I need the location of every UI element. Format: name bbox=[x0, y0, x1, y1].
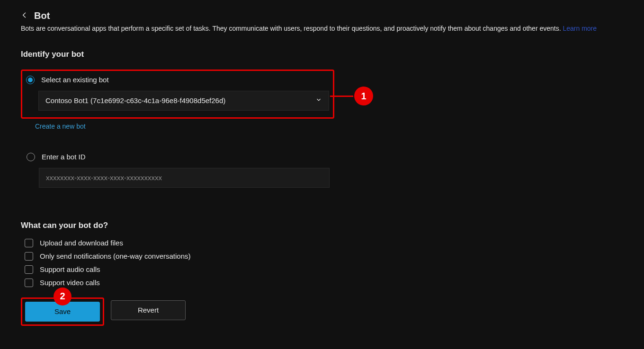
bot-id-placeholder: xxxxxxxx-xxxx-xxxx-xxxx-xxxxxxxxxx bbox=[46, 174, 162, 182]
checkbox-notifications-only[interactable] bbox=[25, 252, 33, 261]
callout-pin-1: 1 bbox=[354, 87, 373, 105]
subtitle-text: Bots are conversational apps that perfor… bbox=[21, 25, 561, 32]
section-identify-heading: Identify your bot bbox=[21, 50, 623, 59]
page-subtitle: Bots are conversational apps that perfor… bbox=[21, 24, 623, 34]
callout-box-2: 2 Save bbox=[21, 297, 104, 326]
existing-bot-dropdown[interactable]: Contoso Bot1 (7c1e6992-c63c-4c1a-96e8-f4… bbox=[38, 91, 329, 111]
create-new-bot-link[interactable]: Create a new bot bbox=[35, 122, 623, 130]
radio-enter-bot-id-label: Enter a bot ID bbox=[42, 153, 86, 161]
bot-id-input[interactable]: xxxxxxxx-xxxx-xxxx-xxxx-xxxxxxxxxx bbox=[39, 168, 330, 188]
section-capabilities-heading: What can your bot do? bbox=[21, 221, 623, 230]
learn-more-link[interactable]: Learn more bbox=[563, 25, 597, 32]
radio-select-existing[interactable] bbox=[26, 76, 35, 84]
checkbox-upload-files-label: Upload and download files bbox=[40, 239, 123, 247]
revert-button[interactable]: Revert bbox=[111, 300, 186, 320]
radio-select-existing-label: Select an existing bot bbox=[41, 76, 109, 84]
checkbox-video-calls-label: Support video calls bbox=[40, 279, 100, 287]
checkbox-video-calls[interactable] bbox=[25, 279, 33, 287]
callout-pin-2: 2 bbox=[54, 288, 72, 305]
back-icon[interactable] bbox=[21, 11, 28, 20]
dropdown-value: Contoso Bot1 (7c1e6992-c63c-4c1a-96e8-f4… bbox=[45, 96, 225, 105]
page-title: Bot bbox=[34, 10, 50, 21]
callout-box-1: Select an existing bot Contoso Bot1 (7c1… bbox=[21, 70, 334, 119]
checkbox-notifications-only-label: Only send notifications (one-way convers… bbox=[40, 252, 191, 260]
radio-enter-bot-id[interactable] bbox=[27, 153, 35, 161]
checkbox-upload-files[interactable] bbox=[25, 239, 33, 247]
checkbox-audio-calls[interactable] bbox=[25, 265, 33, 274]
callout-connector-1 bbox=[330, 96, 356, 97]
checkbox-audio-calls-label: Support audio calls bbox=[40, 265, 100, 273]
chevron-down-icon bbox=[315, 96, 322, 105]
